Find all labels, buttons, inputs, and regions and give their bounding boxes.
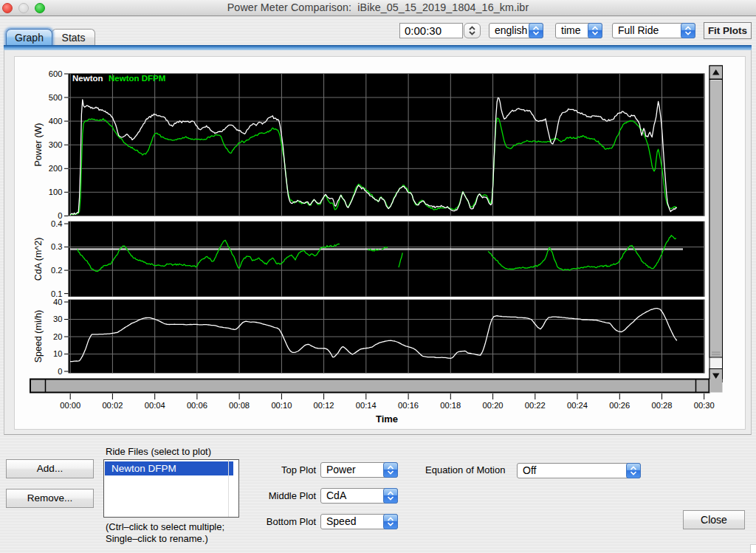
- svg-text:00:00: 00:00: [60, 401, 80, 410]
- svg-text:Newton DFPM: Newton DFPM: [109, 74, 165, 83]
- svg-text:00:14: 00:14: [356, 401, 377, 410]
- svg-text:0.4: 0.4: [51, 219, 63, 228]
- svg-text:30: 30: [53, 315, 62, 323]
- svg-text:Speed (mi/h): Speed (mi/h): [33, 310, 44, 363]
- svg-text:100: 100: [49, 188, 63, 196]
- svg-text:00:18: 00:18: [440, 401, 461, 410]
- svg-text:00:04: 00:04: [145, 401, 165, 410]
- svg-text:00:02: 00:02: [102, 401, 123, 410]
- svg-text:Newton: Newton: [72, 74, 103, 83]
- svg-text:600: 600: [49, 69, 63, 78]
- svg-text:00:06: 00:06: [187, 401, 207, 410]
- svg-text:00:28: 00:28: [652, 401, 673, 410]
- svg-text:00:10: 00:10: [271, 401, 292, 410]
- svg-text:00:08: 00:08: [229, 401, 250, 410]
- svg-text:Power (W): Power (W): [33, 123, 44, 166]
- svg-text:20: 20: [53, 332, 62, 341]
- svg-text:0.2: 0.2: [51, 266, 63, 275]
- svg-text:0.1: 0.1: [51, 289, 63, 298]
- svg-text:0: 0: [58, 367, 62, 376]
- svg-text:00:30: 00:30: [694, 401, 715, 410]
- svg-text:300: 300: [49, 140, 63, 149]
- svg-text:CdA (m^2): CdA (m^2): [33, 238, 44, 281]
- svg-text:0.3: 0.3: [51, 242, 63, 251]
- svg-text:10: 10: [53, 349, 62, 358]
- svg-text:00:24: 00:24: [567, 401, 588, 410]
- svg-text:00:20: 00:20: [483, 401, 504, 410]
- svg-text:40: 40: [53, 298, 62, 306]
- svg-text:00:16: 00:16: [398, 401, 419, 410]
- svg-text:Time: Time: [376, 413, 398, 425]
- svg-text:200: 200: [49, 164, 63, 173]
- svg-text:00:26: 00:26: [609, 401, 630, 410]
- svg-text:400: 400: [49, 117, 63, 126]
- svg-text:00:12: 00:12: [314, 401, 334, 410]
- svg-text:500: 500: [49, 93, 63, 102]
- svg-text:00:22: 00:22: [525, 401, 546, 410]
